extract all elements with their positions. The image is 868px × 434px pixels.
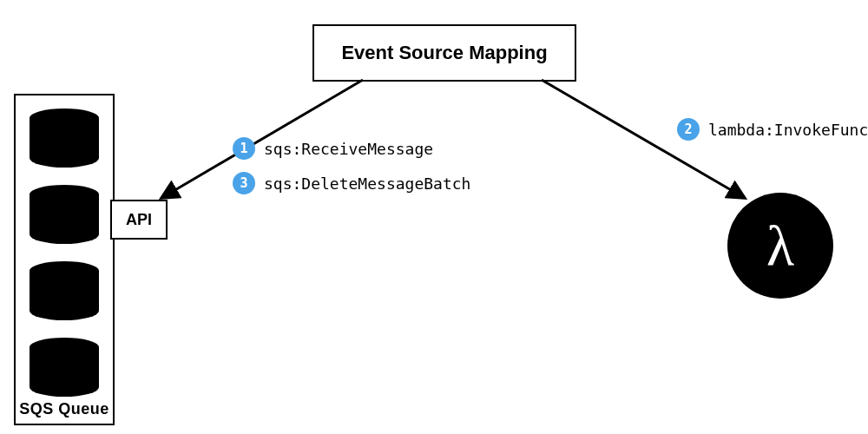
step-badge: 1 <box>233 137 255 160</box>
svg-point-5 <box>30 225 99 244</box>
api-call-text: lambda:InvokeFunction <box>708 121 868 139</box>
cylinder-icon <box>26 337 102 398</box>
api-box: API <box>110 200 168 240</box>
sqs-message-stack <box>26 108 102 398</box>
api-label: API <box>126 211 152 229</box>
event-source-mapping-label: Event Source Mapping <box>341 42 547 64</box>
cylinder-icon <box>26 108 102 168</box>
step-badge: 2 <box>677 118 700 141</box>
diagram-stage: SQS Queue API Event Source Mapping λ 1 s… <box>0 0 868 434</box>
lambda-icon: λ <box>727 193 833 299</box>
event-source-mapping-box: Event Source Mapping <box>312 24 576 82</box>
api-call-row: 2 lambda:InvokeFunction <box>677 118 868 141</box>
lambda-symbol: λ <box>766 213 794 279</box>
sqs-queue-label: SQS Queue <box>16 400 113 418</box>
api-call-text: sqs:ReceiveMessage <box>264 140 433 158</box>
api-call-row: 3 sqs:DeleteMessageBatch <box>233 172 470 194</box>
step-badge: 3 <box>233 172 255 194</box>
api-call-row: 1 sqs:ReceiveMessage <box>233 137 433 160</box>
svg-point-2 <box>30 148 99 168</box>
cylinder-icon <box>26 260 102 321</box>
sqs-queue-box: SQS Queue <box>14 94 115 425</box>
cylinder-icon <box>26 184 102 245</box>
svg-point-8 <box>30 301 99 320</box>
api-call-text: sqs:DeleteMessageBatch <box>264 174 470 193</box>
svg-point-11 <box>30 378 99 397</box>
